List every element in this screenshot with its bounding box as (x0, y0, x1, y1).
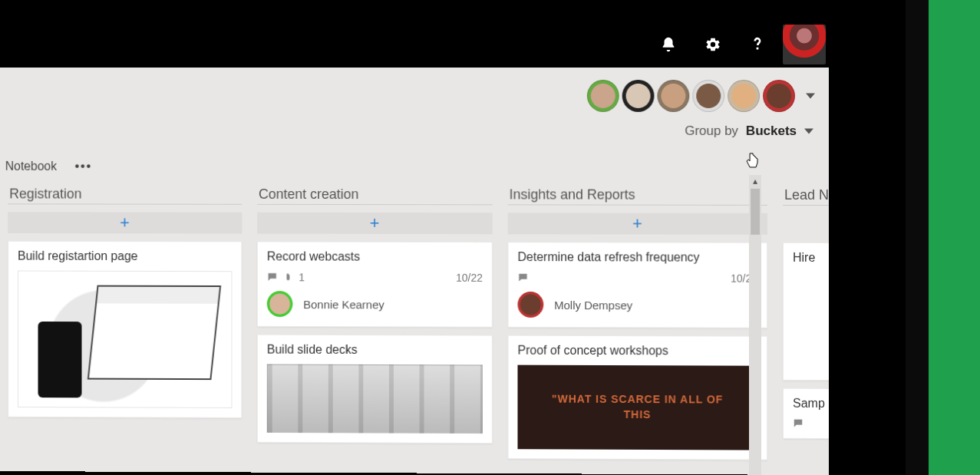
member-avatar[interactable] (763, 80, 795, 112)
avatar-icon (783, 25, 826, 64)
assignee-name: Bonnie Kearney (303, 298, 384, 311)
task-card[interactable]: Determine data refresh frequency 10/22 M… (508, 242, 767, 328)
settings-button[interactable] (691, 22, 735, 67)
add-task-button[interactable]: + (508, 213, 767, 235)
plan-subbar: ts Notebook ••• (0, 153, 829, 181)
current-user-avatar[interactable] (780, 22, 829, 67)
chevron-down-icon (806, 91, 815, 101)
bucket-column-registration: Registration + Build registartion page (8, 182, 242, 473)
bucket-title[interactable]: Lead N (783, 183, 829, 206)
task-title: Record webcasts (267, 249, 483, 264)
task-meta: 10/22 (518, 272, 758, 285)
assignee-avatar (518, 292, 544, 318)
task-title: Samp (793, 397, 829, 411)
app-surface: aign Group by Buckets ts Notebook ••• (0, 68, 829, 475)
task-title: Proof of concept workshops (518, 344, 758, 358)
task-card[interactable]: Record webcasts 1 10/22 Bonnie Kearney (257, 242, 493, 328)
task-card[interactable]: Hire (783, 242, 829, 381)
bell-icon (660, 36, 677, 53)
members-dropdown[interactable] (806, 91, 815, 101)
comment-icon (518, 272, 529, 283)
gear-icon (704, 36, 721, 53)
assignee-avatar (267, 291, 293, 317)
task-due: 10/22 (456, 272, 483, 284)
scrollbar-thumb[interactable] (751, 189, 760, 235)
member-avatar[interactable] (657, 80, 689, 112)
bucket-column-insights-reports: Insights and Reports + Determine data re… (508, 182, 767, 474)
task-title: Determine data refresh frequency (518, 250, 758, 265)
member-avatar[interactable] (728, 80, 760, 112)
groupby-label: Group by (685, 124, 738, 139)
attachment-count: 1 (299, 271, 305, 283)
member-avatar[interactable] (587, 80, 619, 112)
member-avatar[interactable] (692, 80, 724, 112)
tab-notebook[interactable]: Notebook (5, 160, 57, 173)
task-assignee: Bonnie Kearney (267, 291, 483, 318)
quote-text: "WHAT IS SCARCE IN ALL OF THIS (541, 392, 734, 423)
board: Registration + Build registartion page C… (0, 182, 829, 475)
assignee-name: Molly Dempsey (554, 299, 632, 312)
member-avatar[interactable] (622, 80, 655, 112)
system-topbar (646, 21, 829, 68)
task-meta: 1 10/22 (267, 271, 483, 284)
comment-icon (793, 418, 803, 429)
monitor-frame: aign Group by Buckets ts Notebook ••• (0, 0, 929, 475)
task-title: Build slide decks (267, 343, 483, 358)
help-button[interactable] (735, 22, 780, 67)
add-task-button[interactable]: + (8, 212, 242, 233)
bucket-column-content-creation: Content creation + Record webcasts 1 10/… (257, 182, 493, 473)
task-card[interactable]: Samp (783, 388, 829, 439)
add-task-button[interactable]: + (257, 213, 493, 234)
groupby-value: Buckets (746, 124, 797, 139)
task-card[interactable]: Proof of concept workshops "WHAT IS SCAR… (508, 335, 767, 460)
more-menu[interactable]: ••• (75, 160, 92, 173)
plan-header (0, 75, 829, 117)
task-card[interactable]: Build registartion page (8, 241, 242, 418)
question-icon (749, 36, 766, 53)
notifications-button[interactable] (646, 22, 691, 67)
task-preview-image (267, 364, 483, 434)
bucket-title[interactable]: Registration (8, 182, 242, 205)
member-avatars[interactable] (587, 80, 815, 112)
scroll-up-icon[interactable]: ▴ (749, 175, 761, 187)
task-preview-image (18, 271, 232, 408)
task-assignee: Molly Dempsey (518, 292, 758, 318)
vertical-scrollbar[interactable]: ▴ ▾ (749, 175, 761, 475)
bucket-column-lead: Lead N Hire Samp (783, 183, 829, 475)
task-card[interactable]: Build slide decks (257, 335, 493, 444)
chevron-down-icon (804, 127, 813, 136)
bucket-title[interactable]: Insights and Reports (508, 182, 767, 205)
title-row: aign Group by Buckets (0, 113, 829, 149)
groupby-control[interactable]: Group by Buckets (685, 124, 813, 139)
comment-icon (267, 272, 278, 282)
task-preview-image: "WHAT IS SCARCE IN ALL OF THIS (518, 365, 758, 450)
task-title: Hire (793, 251, 829, 265)
task-title: Build registartion page (18, 249, 232, 263)
bucket-title[interactable]: Content creation (257, 182, 493, 205)
attachment-icon (284, 272, 293, 282)
